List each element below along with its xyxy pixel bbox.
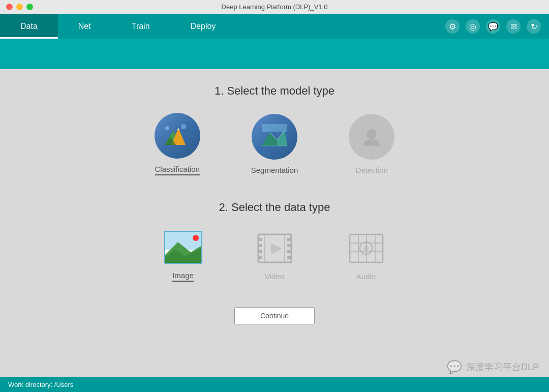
svg-marker-4 bbox=[177, 128, 179, 130]
watermark: 💬 深度学习平台DLP bbox=[447, 360, 539, 374]
tab-net[interactable]: Net bbox=[58, 14, 111, 39]
svg-rect-22 bbox=[258, 244, 262, 247]
data-type-row: Image bbox=[163, 229, 386, 282]
speedometer-icon[interactable]: ◎ bbox=[466, 19, 480, 34]
model-classification[interactable]: Classification bbox=[155, 113, 200, 175]
svg-rect-23 bbox=[258, 250, 262, 253]
teal-banner bbox=[0, 39, 549, 69]
segmentation-icon-circle bbox=[252, 114, 297, 160]
model-segmentation[interactable]: Segmentation bbox=[251, 114, 298, 174]
window-controls bbox=[6, 4, 33, 10]
minimize-button[interactable] bbox=[16, 4, 23, 10]
audio-icon bbox=[347, 232, 385, 265]
audio-label: Audio bbox=[356, 272, 376, 281]
data-video: Video bbox=[254, 230, 295, 281]
svg-point-5 bbox=[165, 126, 169, 130]
tab-bar: Data Net Train Deploy ⚙ ◎ 💬 ✉ ↻ bbox=[0, 14, 549, 39]
svg-point-39 bbox=[363, 246, 369, 251]
classification-icon-circle bbox=[155, 113, 200, 159]
data-image[interactable]: Image bbox=[163, 229, 203, 282]
video-label: Video bbox=[265, 272, 284, 281]
video-icon bbox=[256, 232, 294, 265]
section1-title: 1. Select the model type bbox=[215, 84, 334, 98]
image-svg bbox=[165, 232, 202, 264]
classification-icon bbox=[162, 120, 193, 151]
watermark-text: 深度学习平台DLP bbox=[466, 361, 539, 373]
image-icon bbox=[164, 231, 202, 264]
svg-point-19 bbox=[193, 235, 199, 241]
segmentation-label: Segmentation bbox=[251, 166, 298, 174]
svg-rect-25 bbox=[287, 238, 291, 241]
svg-rect-24 bbox=[258, 256, 262, 259]
audio-icon-box bbox=[346, 230, 386, 266]
continue-button[interactable]: Continue bbox=[234, 307, 315, 324]
tab-data[interactable]: Data bbox=[0, 14, 58, 39]
image-label: Image bbox=[172, 271, 194, 282]
email-icon[interactable]: ✉ bbox=[506, 19, 521, 34]
svg-rect-28 bbox=[287, 256, 291, 259]
svg-rect-26 bbox=[287, 244, 291, 247]
section2-title: 2. Select the data type bbox=[219, 201, 330, 214]
detection-icon bbox=[356, 122, 387, 152]
svg-marker-8 bbox=[262, 133, 277, 146]
data-audio: Audio bbox=[346, 230, 386, 281]
segmentation-icon bbox=[259, 122, 290, 152]
svg-marker-31 bbox=[271, 243, 282, 254]
svg-rect-13 bbox=[262, 124, 287, 132]
tab-deploy[interactable]: Deploy bbox=[170, 14, 236, 39]
svg-point-14 bbox=[367, 129, 377, 139]
settings-icon[interactable]: ⚙ bbox=[445, 19, 460, 34]
status-bar: Work directory: /Users bbox=[0, 377, 549, 392]
detection-icon-circle bbox=[349, 114, 394, 160]
main-content: 1. Select the model type bbox=[0, 69, 549, 345]
svg-point-6 bbox=[181, 124, 186, 129]
model-detection: Detection bbox=[349, 114, 394, 174]
wechat-icon[interactable]: 💬 bbox=[486, 19, 500, 34]
video-icon-box bbox=[254, 230, 295, 266]
window-title: Deep Learning Platform (DLP)_V1.0 bbox=[222, 3, 328, 11]
close-button[interactable] bbox=[6, 4, 13, 10]
classification-label: Classification bbox=[155, 165, 200, 175]
status-text: Work directory: /Users bbox=[8, 381, 73, 388]
title-bar: Deep Learning Platform (DLP)_V1.0 bbox=[0, 0, 549, 14]
toolbar-icons: ⚙ ◎ 💬 ✉ ↻ bbox=[445, 19, 541, 34]
maximize-button[interactable] bbox=[26, 4, 33, 10]
svg-rect-27 bbox=[287, 250, 291, 253]
svg-rect-21 bbox=[258, 238, 262, 241]
image-icon-box bbox=[163, 229, 203, 265]
tab-train[interactable]: Train bbox=[111, 14, 170, 39]
model-type-row: Classification Segmentation bbox=[155, 113, 395, 175]
wechat-logo-icon: 💬 bbox=[447, 360, 462, 374]
refresh-icon[interactable]: ↻ bbox=[527, 19, 541, 34]
detection-label: Detection bbox=[356, 166, 388, 174]
